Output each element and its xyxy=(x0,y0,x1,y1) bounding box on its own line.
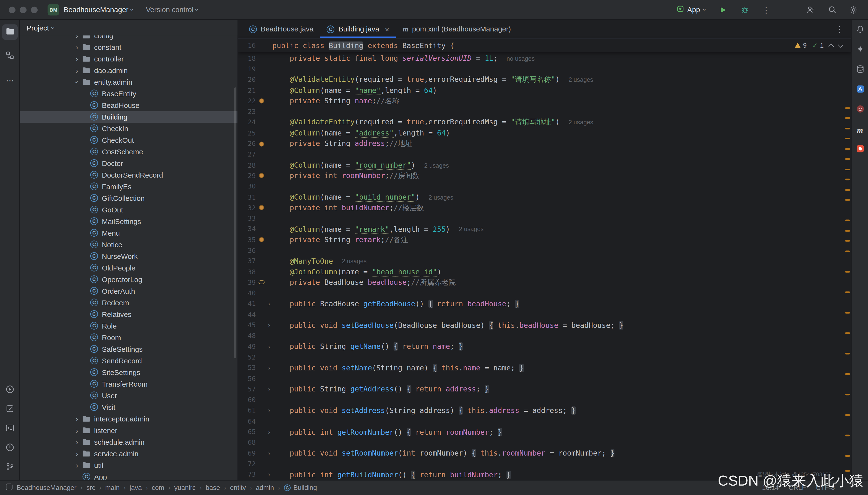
red-plugin-button[interactable] xyxy=(854,104,866,116)
tree-item-dao.admin[interactable]: ›dao.admin xyxy=(20,64,238,76)
tree-item-MailSettings[interactable]: CMailSettings xyxy=(20,215,238,227)
project-switcher[interactable]: BeadhouseManager › xyxy=(64,5,134,14)
tree-item-Notice[interactable]: CNotice xyxy=(20,239,238,250)
tree-item-listener[interactable]: ›listener xyxy=(20,424,238,436)
breadcrumb-item-yuanlrc[interactable]: yuanlrc xyxy=(174,484,196,492)
breadcrumb-item-Building[interactable]: CBuilding xyxy=(284,484,317,492)
more-actions-button[interactable]: ⋮ xyxy=(759,3,773,16)
tree-item-OldPeople[interactable]: COldPeople xyxy=(20,262,238,273)
tree-item-CheckOut[interactable]: CCheckOut xyxy=(20,134,238,146)
jpa-attribute-icon[interactable] xyxy=(257,173,266,178)
tree-item-User[interactable]: CUser xyxy=(20,390,238,401)
window-minimize-button[interactable] xyxy=(20,6,27,13)
version-control-tool-button[interactable] xyxy=(2,460,18,476)
chevron-collapsed-icon[interactable]: › xyxy=(72,54,82,63)
window-zoom-button[interactable] xyxy=(31,6,37,13)
tree-item-NurseWork[interactable]: CNurseWork xyxy=(20,250,238,262)
next-problem-button[interactable] xyxy=(838,42,844,47)
tab-BeadHouse.java[interactable]: CBeadHouse.java xyxy=(242,20,320,38)
terminal-tool-button[interactable] xyxy=(2,422,18,437)
breadcrumb-item-java[interactable]: java xyxy=(130,484,142,492)
tree-item-TransferRoom[interactable]: CTransferRoom xyxy=(20,378,238,390)
project-scrollbar[interactable] xyxy=(234,87,236,358)
structure-tool-button[interactable] xyxy=(2,49,18,64)
tree-item-Visit[interactable]: CVisit xyxy=(20,401,238,413)
breadcrumb-item-main[interactable]: main xyxy=(105,484,119,492)
chevron-collapsed-icon[interactable]: › xyxy=(72,449,82,458)
tree-item-interceptor.admin[interactable]: ›interceptor.admin xyxy=(20,413,238,424)
chevron-collapsed-icon[interactable]: › xyxy=(72,43,82,51)
fold-collapsed-icon[interactable]: › xyxy=(266,471,272,478)
tree-item-Room[interactable]: CRoom xyxy=(20,331,238,343)
chevron-collapsed-icon[interactable]: › xyxy=(72,438,82,446)
usages-inlay-hint[interactable]: 2 usages xyxy=(569,119,593,125)
notifications-button[interactable] xyxy=(854,24,866,36)
inspections-widget[interactable]: 9 ✓ 1 xyxy=(794,39,842,52)
usages-inlay-hint[interactable]: 2 usages xyxy=(428,194,453,200)
usages-inlay-hint[interactable]: 2 usages xyxy=(424,162,449,168)
breadcrumb-item-entity[interactable]: entity xyxy=(230,484,246,492)
maven-button[interactable]: m xyxy=(854,124,866,136)
usages-inlay-hint[interactable]: no usages xyxy=(506,55,535,62)
tree-item-service.admin[interactable]: ›service.admin xyxy=(20,448,238,459)
tree-item-SendRecord[interactable]: CSendRecord xyxy=(20,355,238,366)
tree-item-FamilyEs[interactable]: CFamilyEs xyxy=(20,181,238,192)
services-tool-button[interactable] xyxy=(2,402,18,417)
editor-tab-options-button[interactable]: ⋮ xyxy=(835,20,844,39)
project-tool-button[interactable] xyxy=(2,24,18,40)
tree-item-DoctorSendRecord[interactable]: CDoctorSendRecord xyxy=(20,169,238,181)
tree-item-util[interactable]: ›util xyxy=(20,459,238,471)
warnings-counter[interactable]: 9 xyxy=(794,41,807,49)
tree-item-OrderAuth[interactable]: COrderAuth xyxy=(20,285,238,296)
tree-item-CheckIn[interactable]: CCheckIn xyxy=(20,122,238,134)
jpa-relation-icon[interactable] xyxy=(257,280,266,285)
tree-item-SafeSettings[interactable]: CSafeSettings xyxy=(20,343,238,355)
fold-collapsed-icon[interactable]: › xyxy=(266,428,272,435)
breadcrumb-item-admin[interactable]: admin xyxy=(256,484,274,492)
tree-item-schedule.admin[interactable]: ›schedule.admin xyxy=(20,436,238,448)
vcs-widget[interactable]: Version control › xyxy=(146,5,199,14)
jpa-attribute-icon[interactable] xyxy=(257,237,266,242)
search-everywhere-button[interactable] xyxy=(825,3,839,16)
code-area[interactable]: 18 private static final long serialVersi… xyxy=(238,53,852,480)
fold-collapsed-icon[interactable]: › xyxy=(266,386,272,392)
breadcrumb-item-base[interactable]: base xyxy=(206,484,220,492)
run-button[interactable] xyxy=(716,3,730,16)
tree-item-CostScheme[interactable]: CCostScheme xyxy=(20,146,238,157)
fold-collapsed-icon[interactable]: › xyxy=(266,343,272,350)
editor-area[interactable]: CBeadHouse.javaCBuilding.java×mpom.xml (… xyxy=(238,20,852,480)
tab-pom.xml[interactable]: mpom.xml (BeadhouseManager) xyxy=(396,20,518,38)
tree-item-OperatorLog[interactable]: COperatorLog xyxy=(20,273,238,285)
tree-item-Redeem[interactable]: CRedeem xyxy=(20,296,238,308)
breadcrumb-item-com[interactable]: com xyxy=(152,484,164,492)
debug-button[interactable] xyxy=(738,3,751,16)
chevron-collapsed-icon[interactable]: › xyxy=(72,461,82,469)
tree-item-SiteSettings[interactable]: CSiteSettings xyxy=(20,366,238,378)
tree-item-App[interactable]: CApp xyxy=(20,471,238,480)
tree-item-Menu[interactable]: CMenu xyxy=(20,227,238,239)
tree-item-config[interactable]: ›config xyxy=(20,35,238,41)
usages-inlay-hint[interactable]: 2 usages xyxy=(569,76,593,83)
settings-button[interactable] xyxy=(847,3,860,16)
project-tree[interactable]: ›config›constant›controller›dao.admin›en… xyxy=(20,35,238,480)
chevron-collapsed-icon[interactable]: › xyxy=(72,35,82,39)
window-close-button[interactable] xyxy=(9,6,16,13)
chevron-collapsed-icon[interactable]: › xyxy=(72,426,82,434)
breadcrumb-item-src[interactable]: src xyxy=(86,484,95,492)
previous-problem-button[interactable] xyxy=(829,43,834,49)
tree-item-GiftCollection[interactable]: CGiftCollection xyxy=(20,192,238,204)
run-configuration-selector[interactable]: App › xyxy=(676,5,706,15)
database-button[interactable] xyxy=(854,64,866,76)
tab-Building.java[interactable]: CBuilding.java× xyxy=(320,20,396,38)
chevron-expanded-icon[interactable]: › xyxy=(73,77,81,87)
orange-plugin-button[interactable] xyxy=(854,144,866,156)
usages-inlay-hint[interactable]: 2 usages xyxy=(342,258,367,264)
usages-inlay-hint[interactable]: 2 usages xyxy=(459,226,484,232)
jpa-attribute-icon[interactable] xyxy=(257,205,266,210)
chevron-collapsed-icon[interactable]: › xyxy=(72,66,82,74)
tree-item-entity.admin[interactable]: ›entity.admin xyxy=(20,76,238,88)
tree-item-Building[interactable]: CBuilding xyxy=(20,111,238,122)
translate-plugin-button[interactable] xyxy=(854,84,866,96)
tree-item-constant[interactable]: ›constant xyxy=(20,41,238,53)
jpa-attribute-icon[interactable] xyxy=(257,141,266,147)
